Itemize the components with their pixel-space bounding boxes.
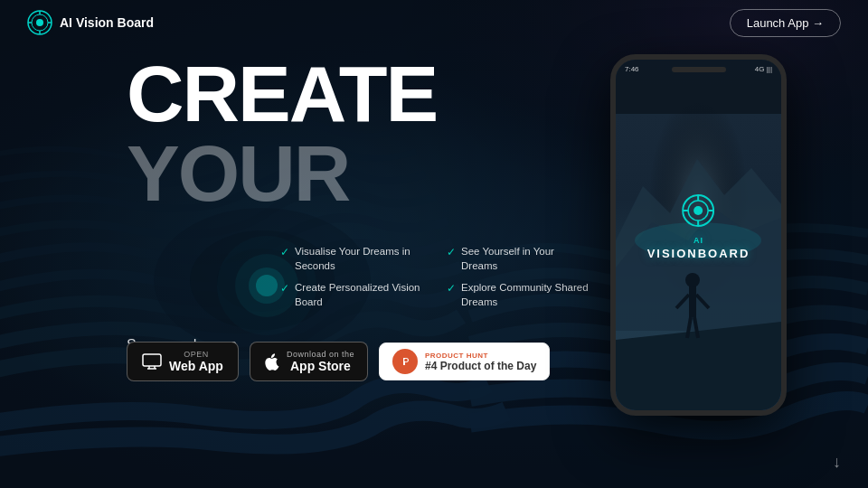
svg-point-25 — [685, 273, 700, 287]
feature-item-2: ✓ Create Personalized Vision Board — [280, 280, 425, 309]
svg-rect-16 — [143, 354, 161, 366]
features-section: ✓ Visualise Your Dreams in Seconds ✓ Cre… — [280, 244, 591, 309]
app-name-label: AI Vision Board — [60, 15, 154, 30]
product-hunt-badge[interactable]: PRODUCT HUNT #4 Product of the Day — [379, 343, 550, 380]
navbar: AI Vision Board Launch App → — [0, 0, 868, 45]
app-store-label: App Store — [287, 359, 354, 373]
monitor-icon — [142, 353, 162, 370]
phone-screen: AI VISIONBOARD — [616, 60, 781, 410]
phone-mockup: 7:46 4G ||| — [610, 54, 787, 416]
logo-icon — [27, 10, 52, 35]
product-hunt-label: #4 Product of the Day — [425, 360, 536, 372]
web-app-button[interactable]: OPEN Web App — [127, 342, 239, 381]
check-icon-1: ✓ — [280, 245, 289, 260]
product-hunt-icon — [392, 349, 418, 374]
phone-status-bar: 7:46 4G ||| — [625, 65, 772, 73]
feature-item-4: ✓ Explore Community Shared Dreams — [447, 280, 591, 309]
phone-frame: 7:46 4G ||| — [610, 54, 787, 416]
cta-row: OPEN Web App Download on the App Store P… — [127, 342, 550, 381]
features-col-2: ✓ See Yourself in Your Dreams ✓ Explore … — [447, 244, 591, 309]
check-icon-2: ✓ — [280, 281, 289, 296]
hero-content: CREATE YOUR — [127, 54, 437, 213]
phone-app-icon-svg — [682, 194, 714, 227]
svg-point-11 — [36, 19, 43, 26]
apple-icon — [263, 352, 279, 371]
feature-item-1: ✓ Visualise Your Dreams in Seconds — [280, 244, 425, 273]
product-hunt-label-small: PRODUCT HUNT — [425, 352, 536, 360]
features-col-1: ✓ Visualise Your Dreams in Seconds ✓ Cre… — [280, 244, 425, 309]
svg-point-21 — [404, 359, 408, 362]
svg-rect-24 — [689, 286, 696, 317]
svg-point-34 — [693, 206, 703, 215]
web-app-label-small: OPEN — [169, 350, 223, 359]
feature-item-3: ✓ See Yourself in Your Dreams — [447, 244, 591, 273]
web-app-label: Web App — [169, 359, 223, 373]
check-icon-3: ✓ — [447, 245, 456, 260]
scroll-down-arrow[interactable]: ↓ — [833, 453, 841, 472]
phone-app-logo: AI VISIONBOARD — [647, 194, 750, 262]
app-store-label-small: Download on the — [287, 350, 354, 359]
headline-your: YOUR — [127, 134, 437, 213]
launch-app-button[interactable]: Launch App → — [730, 9, 841, 37]
logo-area: AI Vision Board — [27, 10, 154, 35]
check-icon-4: ✓ — [447, 281, 456, 296]
app-store-button[interactable]: Download on the App Store — [250, 342, 368, 381]
headline-create: CREATE — [127, 54, 437, 134]
